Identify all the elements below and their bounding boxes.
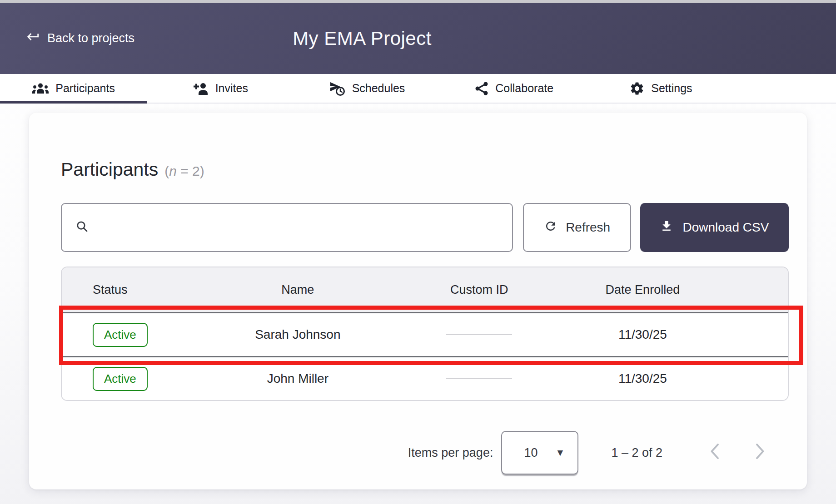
status-badge: Active [93, 323, 148, 347]
gear-icon [629, 81, 645, 96]
share-icon [474, 81, 489, 96]
previous-page-button[interactable] [704, 442, 726, 464]
refresh-icon [544, 219, 557, 236]
column-header-name: Name [207, 283, 389, 297]
table-controls: Refresh Download CSV [61, 203, 789, 252]
tab-label: Collaborate [495, 82, 553, 95]
participant-name: Sarah Johnson [207, 327, 389, 342]
column-header-custom-id: Custom ID [388, 283, 570, 297]
participants-panel: Participants (n = 2) Refresh Download CS… [29, 113, 807, 489]
app-header: Back to projects My EMA Project [0, 3, 836, 74]
tab-invites[interactable]: Invites [147, 74, 294, 103]
next-page-button[interactable] [749, 442, 771, 464]
table-header-row: Status Name Custom ID Date Enrolled [62, 267, 788, 312]
tab-schedules[interactable]: Schedules [294, 74, 440, 103]
participant-name: John Miller [207, 371, 389, 386]
empty-custom-id-dash [446, 334, 512, 335]
empty-custom-id-dash [446, 378, 512, 379]
items-per-page-label: Items per page: [408, 446, 493, 460]
table-row[interactable]: Active Sarah Johnson 11/30/25 [62, 312, 788, 356]
date-enrolled: 11/30/25 [570, 327, 716, 342]
tab-settings[interactable]: Settings [587, 74, 734, 103]
page-size-select[interactable]: 10 ▼ [501, 431, 578, 474]
chevron-right-icon [753, 443, 766, 463]
page-size-value: 10 [524, 446, 537, 460]
refresh-button[interactable]: Refresh [523, 203, 631, 252]
table-row[interactable]: Active John Miller 11/30/25 [62, 356, 788, 400]
header-title-wrap: My EMA Project [0, 28, 724, 49]
chevron-left-icon [708, 443, 722, 463]
download-label: Download CSV [682, 220, 769, 235]
schedule-send-icon [329, 81, 346, 96]
refresh-label: Refresh [566, 220, 610, 235]
participant-count: (n = 2) [164, 163, 204, 179]
tab-label: Invites [215, 82, 248, 95]
tab-label: Settings [651, 82, 692, 95]
participants-table: Status Name Custom ID Date Enrolled Acti… [61, 267, 789, 401]
search-input[interactable] [61, 203, 513, 252]
tab-participants[interactable]: Participants [0, 74, 147, 103]
download-icon [660, 219, 673, 236]
status-badge: Active [93, 367, 148, 391]
dropdown-caret-icon: ▼ [556, 447, 565, 458]
group-icon [32, 83, 49, 94]
column-header-status: Status [62, 283, 207, 297]
pagination-bar: Items per page: 10 ▼ 1 – 2 of 2 [61, 431, 789, 474]
person-add-icon [193, 82, 209, 95]
tab-label: Participants [55, 82, 115, 95]
tab-bar: Participants Invites [0, 74, 836, 104]
pagination-range-label: 1 – 2 of 2 [611, 446, 662, 460]
search-icon [75, 220, 89, 235]
download-csv-button[interactable]: Download CSV [640, 203, 789, 252]
page-title: My EMA Project [293, 28, 432, 49]
panel-title: Participants [61, 159, 158, 180]
date-enrolled: 11/30/25 [570, 371, 716, 386]
tab-collaborate[interactable]: Collaborate [441, 74, 587, 103]
panel-title-row: Participants (n = 2) [61, 159, 789, 180]
column-header-date-enrolled: Date Enrolled [570, 283, 716, 297]
tab-label: Schedules [352, 82, 405, 95]
